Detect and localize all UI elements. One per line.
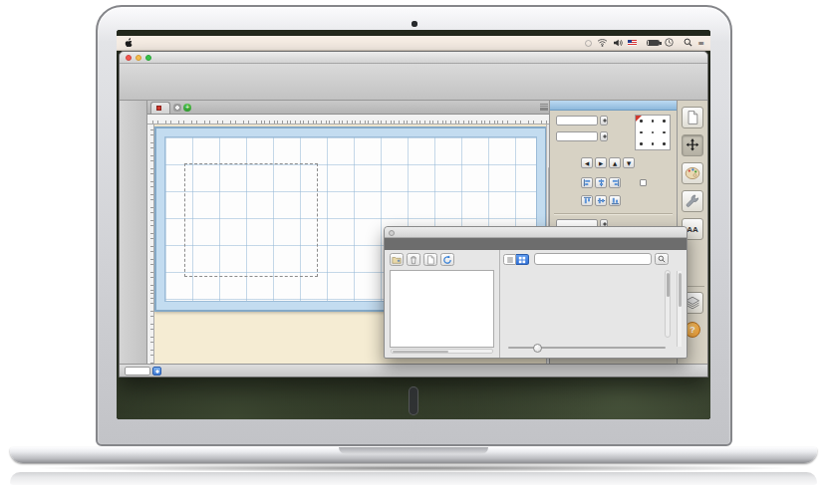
nudge-up-button[interactable]: ▲: [609, 157, 621, 168]
vertical-ruler: [147, 125, 154, 364]
dock: [409, 386, 418, 415]
grid-view-button[interactable]: [516, 254, 529, 265]
align-top-button[interactable]: [581, 195, 593, 206]
laptop-reflection: [10, 472, 817, 485]
add-page-button[interactable]: +: [183, 104, 191, 112]
minimize-button[interactable]: [136, 55, 141, 61]
main-toolbar: [120, 64, 707, 101]
tool-palette: [120, 101, 147, 364]
to-page-option[interactable]: [640, 179, 649, 186]
library-close-button[interactable]: [389, 230, 395, 236]
panel-header: [550, 101, 677, 111]
shape-grid-scrollbar[interactable]: [665, 270, 671, 338]
nudge-left-button[interactable]: ◀: [581, 157, 593, 168]
zoom-stepper[interactable]: [152, 367, 161, 376]
x-row: [554, 116, 608, 126]
laptop-base: [10, 447, 817, 463]
wifi-icon[interactable]: [597, 38, 608, 48]
apple-menu-icon[interactable]: [123, 38, 134, 49]
library-titlebar[interactable]: [385, 227, 687, 238]
clock-icon[interactable]: [665, 38, 674, 48]
new-item-button[interactable]: [423, 253, 437, 266]
panel-divider: [554, 213, 673, 214]
align-center-button[interactable]: [595, 177, 607, 188]
page-color-swatch: [156, 106, 161, 111]
list-view-button[interactable]: [503, 254, 516, 265]
selection-bounding-box: [184, 163, 318, 277]
v-align-row: [554, 195, 621, 206]
refresh-button[interactable]: [440, 253, 454, 266]
settings-panel-button[interactable]: [682, 190, 703, 212]
thumbnail-size-slider[interactable]: [508, 347, 666, 349]
zoom-button[interactable]: [145, 55, 151, 61]
page-settings-icon[interactable]: [173, 104, 181, 112]
category-scrollbar-v[interactable]: [677, 271, 682, 347]
battery-icon[interactable]: [647, 40, 660, 47]
volume-icon[interactable]: [613, 39, 623, 48]
laptop-shadow: [30, 464, 797, 472]
traffic-lights: [126, 55, 151, 61]
y-input[interactable]: [556, 131, 598, 141]
screen: ≡ +: [117, 30, 710, 419]
delete-folder-button[interactable]: [407, 253, 420, 266]
position-panel-button[interactable]: [682, 134, 703, 156]
align-left-button[interactable]: [581, 177, 593, 188]
align-right-button[interactable]: [609, 177, 621, 188]
category-scrollbar-h[interactable]: [391, 349, 493, 354]
category-list[interactable]: [390, 270, 494, 348]
zoom-level-input[interactable]: [125, 367, 150, 376]
close-button[interactable]: [126, 55, 132, 61]
x-input[interactable]: [556, 116, 598, 126]
nudge-down-button[interactable]: ▼: [623, 157, 635, 168]
align-middle-button[interactable]: [595, 195, 607, 206]
lid-notch: [339, 447, 488, 454]
anchor-point-grid[interactable]: [635, 115, 671, 150]
nudge-right-button[interactable]: ▶: [595, 157, 607, 168]
to-page-checkbox[interactable]: [640, 179, 647, 186]
search-icon[interactable]: [684, 38, 692, 48]
page-tab-bar: +: [147, 101, 551, 115]
library-window: [384, 226, 688, 359]
shape-grid: [505, 270, 661, 338]
library-search-input[interactable]: [534, 253, 652, 265]
document-panel-button[interactable]: [682, 107, 703, 128]
menu-bar: ≡: [117, 36, 710, 51]
notification-circle-icon[interactable]: [585, 40, 592, 47]
y-row: [554, 131, 608, 141]
new-folder-button[interactable]: [390, 253, 404, 266]
menu-status-area: ≡: [585, 38, 704, 48]
color-panel-button[interactable]: [682, 162, 703, 184]
page-tab[interactable]: [150, 102, 170, 114]
align-bottom-button[interactable]: [609, 195, 621, 206]
tab-list-icon[interactable]: [540, 104, 548, 111]
y-stepper[interactable]: [600, 131, 608, 141]
webcam: [412, 21, 417, 27]
library-tabs: [385, 238, 687, 250]
window-titlebar[interactable]: [120, 52, 707, 64]
library-search-button[interactable]: [655, 253, 669, 265]
view-toggle: [503, 254, 529, 265]
x-stepper[interactable]: [600, 116, 608, 126]
window-statusbar: [120, 364, 707, 377]
notification-center-icon[interactable]: ≡: [697, 39, 704, 48]
library-divider: [499, 250, 500, 358]
slider-knob[interactable]: [533, 344, 542, 353]
h-align-row: [554, 177, 621, 188]
horizontal-ruler: [147, 115, 551, 125]
nudge-row: ◀ ▶ ▲ ▼: [554, 157, 635, 168]
us-flag-icon[interactable]: [628, 40, 637, 46]
